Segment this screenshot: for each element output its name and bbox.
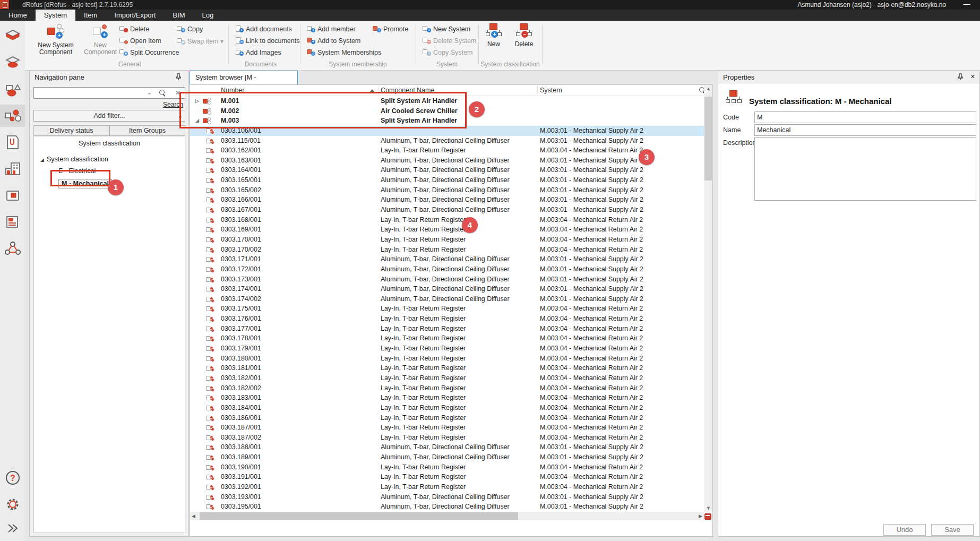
delete-button[interactable]: −Delete: [119, 25, 149, 34]
table-row[interactable]: 0303.182/001Lay-In, T-bar Return Registe…: [190, 373, 704, 383]
classification-delete-button[interactable]: − Delete: [509, 23, 539, 48]
table-row[interactable]: 0303.184/001Lay-In, T-bar Return Registe…: [190, 403, 704, 413]
name-field[interactable]: [754, 124, 976, 136]
table-row[interactable]: 0303.190/001Lay-In, T-bar Return Registe…: [190, 462, 704, 473]
table-row[interactable]: 0303.193/001Aluminum, T-bar, Directional…: [190, 492, 704, 502]
tab-delivery-status[interactable]: Delivery status: [33, 125, 109, 136]
table-row[interactable]: 0303.174/001Aluminum, T-bar, Directional…: [190, 284, 704, 294]
menu-tab-system[interactable]: System: [36, 10, 75, 21]
split-occurrence-button[interactable]: ▾Split Occurrence: [119, 49, 179, 57]
sidebar-buildings-icon[interactable]: [0, 158, 25, 180]
menu-tab-bim[interactable]: BIM: [164, 10, 193, 21]
table-row[interactable]: 0303.189/001Aluminum, T-bar, Directional…: [190, 452, 704, 462]
open-item-button[interactable]: Open Item: [119, 37, 161, 46]
table-row[interactable]: 0303.183/001Lay-In, T-bar Return Registe…: [190, 393, 704, 403]
table-row[interactable]: 0303.180/001Lay-In, T-bar Return Registe…: [190, 354, 704, 364]
add-documents-button[interactable]: +Add documents: [235, 25, 292, 34]
vertical-scroll-thumb[interactable]: [704, 97, 712, 181]
table-row[interactable]: 0303.177/001Lay-In, T-bar Return Registe…: [190, 324, 704, 334]
table-row[interactable]: 0303.176/001Lay-In, T-bar Return Registe…: [190, 314, 704, 324]
delete-system-button[interactable]: −Delete System: [423, 37, 476, 46]
table-row[interactable]: 0303.170/002Lay-In, T-bar Return Registe…: [190, 245, 704, 255]
table-row[interactable]: 0303.168/001Lay-In, T-bar Return Registe…: [190, 215, 704, 225]
tab-system-browser[interactable]: System browser [M - Mechanical]✕: [190, 71, 298, 84]
sidebar-expand-icon[interactable]: [0, 517, 25, 539]
promote-button[interactable]: ↑Promote: [373, 25, 408, 34]
table-row[interactable]: 0303.174/002Aluminum, T-bar, Directional…: [190, 294, 704, 304]
horizontal-scroll-thumb[interactable]: [200, 512, 518, 520]
table-row[interactable]: 0303.192/001Lay-In, T-bar Return Registe…: [190, 482, 704, 492]
tree-node-root[interactable]: ◢System classification: [40, 156, 108, 163]
pin-icon[interactable]: [175, 73, 183, 81]
new-system-component-button[interactable]: + New System Component: [36, 23, 75, 56]
scroll-left-icon[interactable]: ◀: [192, 513, 195, 519]
table-row[interactable]: 0303.175/001Lay-In, T-bar Return Registe…: [190, 304, 704, 314]
table-row[interactable]: 0303.166/001Aluminum, T-bar, Directional…: [190, 195, 704, 205]
table-row[interactable]: 0303.182/002Lay-In, T-bar Return Registe…: [190, 383, 704, 393]
search-icon[interactable]: [159, 90, 166, 96]
table-row[interactable]: 0303.187/001Lay-In, T-bar Return Registe…: [190, 423, 704, 433]
scroll-right-icon[interactable]: ▶: [699, 513, 702, 519]
link-to-documents-button[interactable]: ∞Link to documents: [235, 37, 299, 46]
scroll-up-icon[interactable]: ▲: [706, 86, 711, 91]
system-memberships-button[interactable]: ○System Memberships: [307, 49, 381, 57]
table-row[interactable]: 0303.115/001Aluminum, T-bar, Directional…: [190, 136, 704, 146]
table-row[interactable]: 0303.171/001Aluminum, T-bar, Directional…: [190, 254, 704, 264]
table-row[interactable]: 0303.169/001Lay-In, T-bar Return Registe…: [190, 225, 704, 235]
vertical-scrollbar[interactable]: ▲ ▼: [704, 85, 712, 512]
new-system-button[interactable]: +New System: [423, 25, 470, 34]
minimize-button[interactable]: —: [959, 0, 975, 8]
sidebar-room-data-icon[interactable]: [0, 51, 25, 74]
sidebar-documents-icon[interactable]: [0, 131, 25, 153]
table-row[interactable]: 0303.179/001Lay-In, T-bar Return Registe…: [190, 344, 704, 354]
table-row[interactable]: 0303.188/001Aluminum, T-bar, Directional…: [190, 442, 704, 452]
sidebar-items-icon[interactable]: [0, 79, 25, 101]
add-to-system-button[interactable]: +Add to System: [307, 37, 360, 46]
menu-tab-home[interactable]: Home: [0, 10, 36, 21]
table-row[interactable]: 0303.167/001Aluminum, T-bar, Directional…: [190, 205, 704, 215]
table-row[interactable]: 0303.165/002Aluminum, T-bar, Directional…: [190, 185, 704, 195]
search-input[interactable]: [35, 88, 149, 98]
menu-tab-import-export[interactable]: Import/Export: [106, 10, 164, 21]
close-properties-icon[interactable]: ✕: [970, 73, 975, 80]
sidebar-help-icon[interactable]: ?: [0, 467, 25, 489]
undo-button[interactable]: Undo: [883, 524, 926, 536]
sidebar-packages-icon[interactable]: [0, 184, 25, 207]
new-component-button[interactable]: + New Component: [81, 23, 120, 56]
sidebar-rooms-icon[interactable]: [0, 25, 25, 47]
table-row[interactable]: 0303.162/001Lay-In, T-bar Return Registe…: [190, 145, 704, 156]
table-row[interactable]: 0303.172/001Aluminum, T-bar, Directional…: [190, 264, 704, 274]
sidebar-settings-icon[interactable]: [0, 493, 25, 516]
save-button[interactable]: Save: [931, 524, 974, 536]
table-row[interactable]: 0303.170/001Lay-In, T-bar Return Registe…: [190, 235, 704, 245]
copy-system-button[interactable]: ≡Copy System: [423, 49, 472, 57]
scroll-down-icon[interactable]: ▼: [706, 505, 711, 511]
column-header-system[interactable]: System: [540, 87, 562, 94]
add-filter-dropdown[interactable]: Add filter... ▾: [33, 110, 185, 122]
copy-button[interactable]: ≡Copy: [177, 25, 203, 34]
sidebar-relations-icon[interactable]: [0, 237, 25, 260]
chevron-down-icon[interactable]: ⌄: [147, 89, 152, 96]
table-row[interactable]: 0303.181/001Lay-In, T-bar Return Registe…: [190, 363, 704, 373]
code-field[interactable]: [754, 111, 976, 123]
add-images-button[interactable]: +Add Images: [235, 49, 281, 57]
table-row[interactable]: 0303.173/001Aluminum, T-bar, Directional…: [190, 274, 704, 285]
table-row[interactable]: 0303.178/001Lay-In, T-bar Return Registe…: [190, 333, 704, 344]
menu-tab-log[interactable]: Log: [193, 10, 222, 21]
pin-icon[interactable]: [957, 73, 965, 81]
table-row[interactable]: 0303.186/001Lay-In, T-bar Return Registe…: [190, 413, 704, 423]
horizontal-scrollbar[interactable]: ◀ ▶: [190, 512, 704, 520]
table-row[interactable]: 0303.163/001Aluminum, T-bar, Directional…: [190, 156, 704, 166]
tab-item-groups[interactable]: Item Groups: [109, 125, 185, 136]
expander-expanded-icon[interactable]: ◢: [40, 157, 44, 162]
sidebar-systems-icon[interactable]: [0, 105, 25, 127]
sidebar-reports-icon[interactable]: [0, 211, 25, 233]
table-row[interactable]: 0303.187/002Lay-In, T-bar Return Registe…: [190, 433, 704, 443]
table-row[interactable]: 0303.191/001Lay-In, T-bar Return Registe…: [190, 472, 704, 482]
table-row[interactable]: 0303.195/001Aluminum, T-bar, Directional…: [190, 502, 704, 512]
classification-new-button[interactable]: + New: [479, 23, 509, 48]
add-member-button[interactable]: +Add member: [307, 25, 356, 34]
description-field[interactable]: [754, 137, 976, 201]
table-row[interactable]: 0303.164/001Aluminum, T-bar, Directional…: [190, 165, 704, 175]
menu-tab-item[interactable]: Item: [75, 10, 106, 21]
